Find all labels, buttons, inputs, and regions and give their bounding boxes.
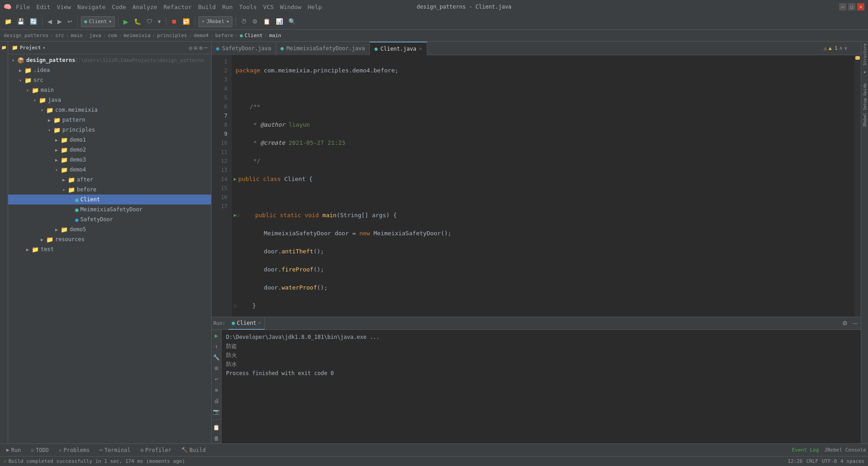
- jrebel-dropdown[interactable]: ⚡ JRebel ▾: [198, 16, 232, 27]
- bottom-tab-profiler[interactable]: ◎ Profiler: [136, 444, 176, 456]
- tree-item-demo1[interactable]: ▶ 📁 demo1: [8, 135, 211, 145]
- tree-item-demo5[interactable]: ▶ 📁 demo5: [8, 224, 211, 234]
- menu-navigate[interactable]: Navigate: [75, 1, 108, 13]
- favorites-icon[interactable]: ★: [863, 69, 866, 74]
- tree-item-src[interactable]: ▾ 📁 src: [8, 75, 211, 85]
- breadcrumb-item-client[interactable]: ●: [240, 33, 243, 38]
- tree-item-com[interactable]: ▾ 📁 com.meimeixia: [8, 105, 211, 115]
- crlf-display[interactable]: CRLF: [806, 458, 818, 464]
- line-col-display[interactable]: 12:26: [788, 458, 802, 464]
- menu-build[interactable]: Build: [196, 1, 217, 13]
- client-dropdown[interactable]: ● Client ▾: [81, 16, 115, 27]
- run-settings-button[interactable]: ⚙: [840, 319, 849, 328]
- menu-tools[interactable]: Tools: [237, 1, 259, 13]
- collapse-warnings-icon[interactable]: ∨: [844, 45, 847, 51]
- indent-display[interactable]: 4 spaces: [840, 458, 864, 464]
- tree-item-resources[interactable]: ▶ 📁 resources: [8, 234, 211, 244]
- settings-gear-icon[interactable]: ⚙: [199, 45, 203, 51]
- rebel-setup-label[interactable]: JRebel Setup Guide: [863, 83, 867, 128]
- minimize-button[interactable]: ─: [839, 3, 846, 10]
- breakpoint-9[interactable]: ◯: [236, 211, 239, 220]
- toolbar-save-button[interactable]: 💾: [15, 16, 26, 28]
- run-wrench-button[interactable]: 🔧: [212, 353, 221, 361]
- menu-analyze[interactable]: Analyze: [131, 1, 159, 13]
- locate-button[interactable]: ◎: [189, 45, 192, 51]
- run-button[interactable]: ▶: [122, 16, 130, 28]
- rerun-button[interactable]: 🔁: [181, 16, 192, 28]
- bottom-tab-build[interactable]: 🔨 Build: [177, 444, 210, 456]
- menu-run[interactable]: Run: [220, 1, 234, 13]
- menu-file[interactable]: File: [14, 1, 32, 13]
- tab-safetydoor[interactable]: ◉ SafetyDoor.java: [212, 42, 276, 55]
- close-button[interactable]: ✕: [857, 3, 864, 10]
- run-trash-button[interactable]: 🗑: [212, 434, 221, 442]
- debug-button[interactable]: 🐛: [132, 16, 143, 28]
- maximize-button[interactable]: □: [848, 3, 855, 10]
- breadcrumb-item-7[interactable]: demo4: [193, 33, 208, 38]
- toolbar-back-button[interactable]: ◀: [46, 16, 54, 28]
- run-scroll-button[interactable]: ≡: [212, 386, 221, 394]
- menu-edit[interactable]: Edit: [34, 1, 52, 13]
- breadcrumb-item-4[interactable]: com: [108, 33, 117, 38]
- tree-item-idea[interactable]: ▶ 📁 .idea: [8, 65, 211, 75]
- menu-refactor[interactable]: Refactor: [162, 1, 194, 13]
- more-run-button[interactable]: ▾: [156, 16, 163, 28]
- tree-item-principles[interactable]: ▾ 📁 principles: [8, 125, 211, 135]
- structure-label[interactable]: Structure: [863, 43, 867, 66]
- toolbar-undo-button[interactable]: ↩: [66, 16, 74, 28]
- breakpoint-14[interactable]: ◯: [234, 301, 236, 310]
- menu-code[interactable]: Code: [110, 1, 128, 13]
- tree-item-root[interactable]: ▾ 📦 design_patterns C:\Users\32120\IdeaP…: [8, 55, 211, 65]
- bottom-tab-run[interactable]: ▶ Run: [2, 444, 25, 456]
- tab-meimeixia[interactable]: ● MeimeixiaSafetyDoor.java: [276, 42, 370, 55]
- tree-item-main[interactable]: ▾ 📁 main: [8, 85, 211, 95]
- breadcrumb-item-2[interactable]: main: [71, 33, 83, 38]
- expand-warnings-icon[interactable]: ∧: [840, 45, 843, 51]
- bottom-tab-todo[interactable]: ☑ TODO: [26, 444, 53, 456]
- jrebel-console-link[interactable]: JRebel Console: [824, 447, 866, 453]
- run-play-button[interactable]: ▶: [212, 332, 221, 340]
- toolbar-forward-button[interactable]: ▶: [56, 16, 64, 28]
- profiler-button[interactable]: ⏱: [239, 16, 249, 28]
- tree-item-test[interactable]: ▶ 📁 test: [8, 244, 211, 254]
- run-softrap-button[interactable]: ↩: [212, 375, 221, 383]
- menu-vcs[interactable]: VCS: [261, 1, 275, 13]
- bottom-tab-problems[interactable]: ⚠ Problems: [54, 444, 94, 456]
- breadcrumb-item-3[interactable]: java: [90, 33, 102, 38]
- run-gutter-7[interactable]: ▶: [234, 175, 236, 184]
- tree-item-before[interactable]: ▾ 📁 before: [8, 185, 211, 195]
- breadcrumb-item-0[interactable]: design_patterns: [4, 33, 48, 38]
- tree-item-after[interactable]: ▶ 📁 after: [8, 175, 211, 185]
- tree-item-client[interactable]: ▶ ● Client: [8, 195, 211, 204]
- menu-view[interactable]: View: [55, 1, 73, 13]
- breadcrumb-item-10[interactable]: main: [269, 33, 281, 38]
- tab-client[interactable]: ● Client.java ✕: [370, 42, 427, 55]
- coverage-button[interactable]: 📊: [274, 16, 285, 28]
- breadcrumb-item-9[interactable]: Client: [245, 33, 263, 38]
- search-button[interactable]: 🔍: [287, 16, 297, 28]
- stop-button[interactable]: ⏹: [170, 16, 179, 28]
- project-icon[interactable]: 📁: [0, 43, 8, 51]
- tree-item-safetydoor[interactable]: ▶ ◉ SafetyDoor: [8, 214, 211, 224]
- tree-item-demo4[interactable]: ▾ 📁 demo4: [8, 165, 211, 175]
- breadcrumb-item-6[interactable]: principles: [157, 33, 187, 38]
- hide-panel-button[interactable]: ─: [204, 45, 208, 51]
- bottom-tab-terminal[interactable]: ▭ Terminal: [95, 444, 135, 456]
- tree-item-pattern[interactable]: ▶ 📁 pattern: [8, 115, 211, 125]
- breadcrumb-item-1[interactable]: src: [55, 33, 64, 38]
- run-tab-close[interactable]: ✕: [258, 320, 261, 325]
- run-print-button[interactable]: 🖨: [212, 397, 221, 405]
- run-rerun-button[interactable]: ↑: [212, 342, 221, 351]
- run-tab-client[interactable]: ● Client ✕: [228, 317, 265, 330]
- toolbar-sync-button[interactable]: 🔄: [28, 16, 39, 28]
- run-camera-button[interactable]: 📷: [212, 408, 221, 416]
- breadcrumb-item-5[interactable]: meimeixia: [123, 33, 151, 38]
- tab-close-client[interactable]: ✕: [419, 46, 422, 52]
- tree-item-demo2[interactable]: ▶ 📁 demo2: [8, 145, 211, 155]
- menu-window[interactable]: Window: [278, 1, 303, 13]
- tree-item-demo3[interactable]: ▶ 📁 demo3: [8, 155, 211, 165]
- run-coverage-button[interactable]: 🛡: [145, 16, 154, 28]
- code-content[interactable]: package com.meimeixia.principles.demo4.b…: [232, 55, 854, 317]
- event-log-link[interactable]: Event Log: [792, 447, 819, 453]
- charset-display[interactable]: UTF-8: [822, 458, 837, 464]
